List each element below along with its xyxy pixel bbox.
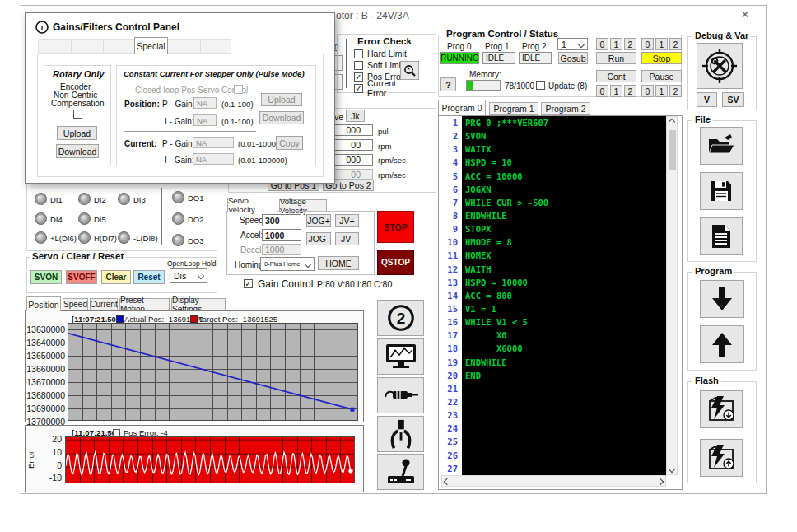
file-open-button[interactable] — [700, 127, 743, 165]
tab-servo-velocity[interactable]: Servo Velocity — [227, 198, 277, 212]
pos-error-checkbox[interactable] — [113, 429, 120, 436]
pos-error-checkbox[interactable]: ✓ — [354, 72, 363, 82]
tab-program-0[interactable]: Program 0 — [438, 100, 486, 115]
tab-voltage-velocity[interactable]: Voltage Velocity — [279, 199, 327, 212]
joyst-button[interactable] — [377, 454, 424, 490]
dialog-tab-special[interactable]: Special — [134, 37, 168, 54]
prog-num-group: 012 — [641, 85, 682, 97]
tab-preset-motion[interactable]: Preset Motion — [119, 298, 170, 310]
prog-num-button-2[interactable]: 2 — [669, 38, 682, 50]
prog-num-button-0[interactable]: 0 — [641, 38, 654, 50]
stepper-upload-button[interactable]: Upload — [261, 93, 302, 106]
code-line-number: 18 — [441, 342, 461, 355]
homing-dropdown[interactable]: 0-Plus Home — [260, 257, 315, 271]
debug-button[interactable] — [697, 43, 743, 89]
code-lines[interactable]: PRG 0 ;***VER607SVONWAITXHSPD = 10ACC = … — [462, 116, 666, 475]
stop-motion-button[interactable]: STOP — [377, 211, 414, 243]
tab-program-1[interactable]: Program 1 — [489, 102, 538, 115]
dispenser-tool-icon — [383, 384, 419, 407]
dialog-tab-blank[interactable] — [71, 40, 104, 53]
dialog-tab-blank[interactable] — [39, 40, 72, 53]
openloop-dropdown[interactable]: Dis — [170, 268, 207, 283]
clear-button[interactable]: Clear — [101, 270, 131, 284]
home-button[interactable]: HOME — [318, 256, 359, 270]
rotary-compensation-checkbox[interactable] — [73, 110, 82, 119]
dialog-tab-blank[interactable] — [168, 40, 201, 53]
update-checkbox[interactable] — [536, 81, 545, 90]
dialog-tab-blank[interactable] — [200, 40, 232, 53]
v-button[interactable]: V — [697, 92, 717, 107]
pause-button[interactable]: Pause — [641, 70, 682, 82]
jk-button[interactable]: Jk — [346, 110, 365, 122]
sv-button[interactable]: SV — [722, 92, 744, 107]
monitor-chart-button[interactable] — [377, 338, 424, 375]
prog-num-button-1[interactable]: 1 — [655, 38, 668, 50]
scroll-down-icon[interactable] — [667, 464, 677, 474]
code-line — [462, 462, 666, 475]
scroll-right-icon[interactable] — [655, 477, 665, 487]
jv-minus-button[interactable]: JV- — [335, 232, 359, 245]
gripper-button[interactable] — [377, 416, 424, 452]
error-refresh-button[interactable] — [400, 61, 419, 80]
rotary-download-button[interactable]: Download — [56, 144, 99, 158]
accel-field[interactable]: 1000 — [262, 229, 301, 241]
jog-plus-button[interactable]: JOG+ — [306, 214, 331, 227]
mode-2-button[interactable]: 2 — [377, 300, 424, 336]
current-error-checkbox[interactable]: ✓ — [354, 84, 363, 93]
hard-limit-checkbox[interactable] — [354, 49, 363, 58]
flash-upload-button[interactable] — [700, 439, 743, 477]
help-button[interactable]: ? — [440, 77, 456, 91]
memory-progress-fill — [467, 81, 473, 90]
dialog-logo-icon: T — [35, 21, 49, 34]
jog-minus-button[interactable]: JOG- — [306, 232, 331, 245]
dispenser-tool-button[interactable] — [377, 377, 424, 413]
copy-button[interactable]: Copy — [276, 136, 303, 150]
svon-button[interactable]: SVON — [30, 270, 62, 284]
svoff-button[interactable]: SVOFF — [66, 270, 97, 284]
soft-limit-checkbox[interactable] — [354, 61, 363, 70]
file-save-button[interactable] — [700, 172, 743, 210]
prog-num-button-1[interactable]: 1 — [655, 85, 668, 97]
qstop-button[interactable]: QSTOP — [377, 250, 414, 275]
speed-field[interactable]: 300 — [262, 214, 301, 226]
chevron-down-icon — [578, 40, 585, 47]
code-hscrollbar[interactable] — [441, 475, 666, 487]
code-line-number: 22 — [441, 395, 461, 408]
dialog-tab-blank[interactable] — [103, 40, 136, 53]
stop-button[interactable]: Stop — [641, 52, 682, 64]
program-download-button[interactable] — [700, 280, 744, 318]
error-check-item[interactable]: ✓Current Error — [354, 82, 412, 94]
flash-download-button[interactable] — [700, 390, 743, 428]
program-upload-button[interactable] — [700, 325, 744, 363]
prog-selector-dropdown[interactable]: 1 — [557, 38, 588, 50]
file-document-button[interactable] — [700, 217, 743, 255]
gain-control-checkbox[interactable]: ✓ — [244, 279, 253, 288]
jv-plus-button[interactable]: JV+ — [335, 214, 359, 227]
document-icon — [711, 223, 732, 250]
stepper-download-button[interactable]: Download — [259, 111, 304, 124]
window-close-icon[interactable]: × — [741, 7, 749, 23]
scroll-thumb[interactable] — [669, 130, 676, 170]
prog-num-button-2[interactable]: 2 — [624, 85, 636, 97]
tab-display-settings[interactable]: Display Settings — [171, 298, 226, 310]
reset-button[interactable]: Reset — [133, 270, 165, 284]
scroll-up-icon[interactable] — [667, 117, 677, 127]
prog-num-button-0[interactable]: 0 — [641, 85, 654, 97]
prog-num-button-2[interactable]: 2 — [624, 38, 636, 50]
scroll-left-icon[interactable] — [442, 477, 452, 487]
tab-current[interactable]: Current — [90, 298, 118, 310]
prog-num-button-1[interactable]: 1 — [610, 38, 622, 50]
rotary-upload-button[interactable]: Upload — [57, 126, 97, 140]
prog-num-button-1[interactable]: 1 — [610, 85, 622, 97]
cont-button[interactable]: Cont — [596, 70, 636, 82]
run-button[interactable]: Run — [596, 52, 636, 64]
prog-num-button-0[interactable]: 0 — [596, 85, 608, 97]
prog-num-button-2[interactable]: 2 — [669, 85, 682, 97]
prog-num-button-0[interactable]: 0 — [596, 38, 608, 50]
code-vscrollbar[interactable] — [666, 116, 678, 475]
tab-position[interactable]: Position — [26, 296, 61, 311]
tab-speed[interactable]: Speed — [63, 298, 88, 310]
error-check-item[interactable]: Hard Limit — [354, 48, 412, 59]
gosub-button[interactable]: Gosub — [558, 52, 588, 64]
tab-program-2[interactable]: Program 2 — [541, 102, 590, 115]
